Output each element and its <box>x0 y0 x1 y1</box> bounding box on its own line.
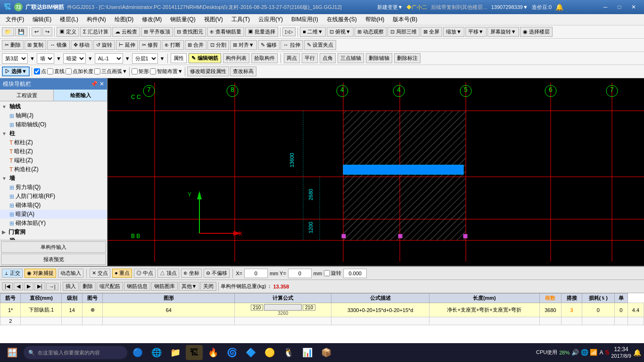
btn-dynamic-input[interactable]: 动态输入 <box>58 269 83 278</box>
btn-project-setup[interactable]: 工程设置 <box>0 90 54 101</box>
btn-trim[interactable]: ✂ 修剪 <box>139 40 161 50</box>
taskbar-app-browser1[interactable]: 🌐 <box>148 345 165 360</box>
btn-define[interactable]: ▣ 定义 <box>57 27 79 37</box>
btn-calc[interactable]: Σ 汇总计算 <box>80 27 111 37</box>
chk-rect[interactable]: 矩形 <box>132 68 149 75</box>
taskbar-app-browser2[interactable]: 🔥 <box>205 345 222 360</box>
drawing-canvas[interactable]: Y X 7 8 4 4 5 6 7 C C B B <box>107 78 644 266</box>
menu-cloud[interactable]: 云应用(Y) <box>255 15 287 25</box>
menu-modify[interactable]: 修改(M) <box>138 15 165 25</box>
btn-nav-arrow[interactable]: →| <box>46 283 58 290</box>
btn-insert[interactable]: 插入 <box>63 282 79 291</box>
div-select[interactable]: 分层1 <box>132 53 158 64</box>
start-button[interactable]: 🪟 <box>3 344 22 361</box>
tree-item-hidden-beam[interactable]: ⊞ 暗梁(A) <box>0 210 107 219</box>
menu-tools[interactable]: 工具(T) <box>228 15 254 25</box>
btn-three-point-axis[interactable]: 三点辅轴 <box>338 53 364 63</box>
btn-select-mode[interactable]: ▷ 选择▼ <box>2 66 30 76</box>
btn-modify-beam-prop[interactable]: 修改暗梁段属性 <box>187 66 229 76</box>
taskbar-app-ie[interactable]: 🌀 <box>223 345 240 360</box>
tree-item-struct-col[interactable]: T 构造柱(Z) <box>0 165 107 174</box>
taskbar-app-explorer[interactable]: 📁 <box>167 345 184 360</box>
btn-set-grip[interactable]: ✎ 设置夹点 <box>304 40 336 50</box>
btn-coordinate[interactable]: ⊕ 坐标 <box>181 269 202 278</box>
component-select[interactable]: 墙 <box>37 53 54 64</box>
chk-extend[interactable]: 点加长度 <box>66 68 93 75</box>
btn-edit-rebar[interactable]: ✎ 编辑钢筋 <box>189 53 221 63</box>
chk-point[interactable]: 点 <box>34 68 46 75</box>
taskbar-app-cortana[interactable]: 🔵 <box>129 345 146 360</box>
floor-select[interactable]: 第3层 <box>2 53 28 64</box>
right-info-phone[interactable]: 13907298339▼ <box>491 4 528 10</box>
menu-version[interactable]: 版本号(B) <box>389 15 421 25</box>
sidebar-pin[interactable]: 📌 <box>91 81 98 87</box>
tree-item-axis-grid[interactable]: ⊞ 轴网(J) <box>0 111 107 120</box>
btn-midpoint-key[interactable]: ● 重点 <box>112 269 132 278</box>
btn-rotate-op[interactable]: ↺ 旋转 <box>93 40 115 50</box>
btn-single-component[interactable]: 单构件输入 <box>1 241 106 253</box>
btn-align[interactable]: ⊞ 对齐▼ <box>230 40 257 50</box>
taskbar-app-util2[interactable]: 📦 <box>318 345 335 360</box>
chk-arc[interactable]: 三点画弧▼ <box>94 68 127 75</box>
chk-rotate-label[interactable]: 旋转 <box>324 270 341 277</box>
menu-bim[interactable]: BIM应用(I) <box>288 15 322 25</box>
btn-mirror[interactable]: ↔ 镜像 <box>47 40 70 50</box>
sidebar-close[interactable]: ✕ <box>99 81 104 87</box>
taskbar-app-ggj[interactable]: 🏗 <box>186 345 203 360</box>
btn-rebar-delete[interactable]: 删除 <box>80 282 96 291</box>
btn-del-axis[interactable]: 删除辅轴 <box>366 53 392 63</box>
btn-no-move[interactable]: ⊖ 不偏移 <box>204 269 230 278</box>
menu-help[interactable]: 帮助(H) <box>362 15 388 25</box>
btn-rotate[interactable]: 屏幕旋转▼ <box>487 27 519 37</box>
btn-intersection[interactable]: ✕ 交点 <box>90 269 110 278</box>
close-button[interactable]: ✕ <box>627 2 640 12</box>
tree-item-frame-col[interactable]: T 框柱(Z) <box>0 138 107 147</box>
btn-batch-select[interactable]: ▣ 批量选择 <box>245 27 278 37</box>
btn-draw-input[interactable]: 绘图输入 <box>54 90 107 101</box>
btn-stretch[interactable]: ↔ 拉伸 <box>281 40 303 50</box>
btn-offset[interactable]: ✎ 偏移 <box>258 40 280 50</box>
btn-view-rebar[interactable]: ⊕ 查看钢筋量 <box>207 27 244 37</box>
btn-save[interactable]: 💾 <box>15 27 27 36</box>
tree-section-beam[interactable]: ▼ 梁 <box>0 237 107 240</box>
taskbar-app-util1[interactable]: 📊 <box>299 345 316 360</box>
btn-rebar-info[interactable]: 钢筋信息 <box>124 282 150 291</box>
btn-orthogonal[interactable]: ⊥ 正交 <box>2 269 23 278</box>
menu-draw[interactable]: 绘图(D) <box>111 15 138 25</box>
btn-merge[interactable]: ⊞ 合并 <box>185 40 206 50</box>
right-info-change[interactable]: 新建变更▼ <box>377 4 403 11</box>
btn-open[interactable]: 📁 <box>2 27 14 36</box>
btn-zoom[interactable]: 缩放▼ <box>443 27 464 37</box>
taskbar-app-chrome[interactable]: 🟡 <box>261 345 278 360</box>
taskbar-app-edge[interactable]: 🔷 <box>242 345 259 360</box>
search-placeholder[interactable]: 在这里输入你要搜索的内容 <box>38 349 100 356</box>
menu-component[interactable]: 构件(N) <box>83 15 110 25</box>
btn-find[interactable]: ⊟ 查找图元 <box>174 27 206 37</box>
menu-floor[interactable]: 楼层(L) <box>56 15 82 25</box>
beam-select[interactable]: 暗梁 <box>63 53 86 64</box>
btn-parallel[interactable]: 平行 <box>302 53 318 63</box>
tree-item-masonry-wall[interactable]: ⊞ 砌体墙(Q) <box>0 201 107 210</box>
btn-select-floor[interactable]: ◉ 选择楼层 <box>520 27 553 37</box>
btn-nav-last[interactable]: ▶| <box>34 282 45 290</box>
tree-section-wall[interactable]: ▼ 墙 <box>0 174 107 183</box>
btn-redo[interactable]: ↪ <box>42 27 52 36</box>
btn-fullscreen[interactable]: ⊠ 全屏 <box>421 27 442 37</box>
btn-del-annotation[interactable]: 删除标注 <box>394 53 421 63</box>
chk-smart[interactable]: 智能布置▼ <box>150 68 183 75</box>
name-select[interactable]: AL-1 <box>95 53 123 64</box>
tree-section-column[interactable]: ▼ 柱 <box>0 129 107 138</box>
menu-rebar-qty[interactable]: 钢筋量(Q) <box>166 15 199 25</box>
btn-delete[interactable]: ✂ 删除 <box>2 40 24 50</box>
btn-2d[interactable]: ■ 二维▼ <box>300 27 326 37</box>
menu-edit[interactable]: 编辑(E) <box>29 15 55 25</box>
btn-extend[interactable]: ⊢ 延伸 <box>116 40 138 50</box>
btn-more[interactable]: ▷▷ <box>282 27 296 36</box>
chk-rotate[interactable] <box>324 270 330 276</box>
btn-vertex[interactable]: △ 顶点 <box>157 269 179 278</box>
btn-pan[interactable]: 平移▼ <box>465 27 487 37</box>
input-x[interactable] <box>244 269 268 278</box>
btn-close-rebar[interactable]: 关闭 <box>200 282 216 291</box>
btn-change-height[interactable]: 查改标高 <box>230 66 256 76</box>
taskbar-app-qq[interactable]: 🐧 <box>280 345 297 360</box>
